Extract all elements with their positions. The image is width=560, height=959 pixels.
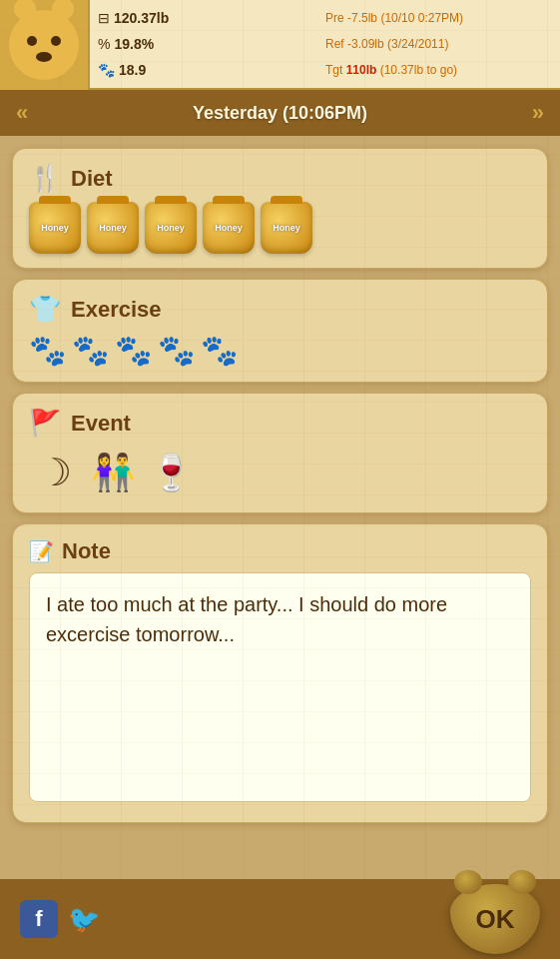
ref-label: Ref -3.09lb (3/24/2011) bbox=[325, 37, 448, 51]
diet-items: Honey Honey Honey Honey Honey bbox=[29, 202, 531, 254]
note-title: Note bbox=[62, 538, 111, 564]
bear-eye-right bbox=[51, 36, 61, 46]
note-edit-icon: 📝 bbox=[29, 539, 54, 563]
percent-icon: % bbox=[98, 36, 110, 52]
exercise-header: 👕 Exercise bbox=[29, 294, 531, 325]
honey-jar-label-1: Honey bbox=[41, 223, 69, 233]
stats-content: ⊟ 120.37lb Pre -7.5lb (10/10 0:27PM) % 1… bbox=[90, 0, 560, 88]
weight-row: ⊟ 120.37lb bbox=[98, 5, 324, 30]
percent-value: 19.8% bbox=[114, 36, 154, 52]
honey-jar-3[interactable]: Honey bbox=[145, 202, 197, 254]
paw-filled-1[interactable]: 🐾 bbox=[29, 333, 66, 368]
paw-row: 🐾 18.9 bbox=[98, 58, 324, 83]
diet-section: 🍴 Diet Honey Honey Honey Honey Honey bbox=[12, 148, 548, 269]
exercise-items: 🐾 🐾 🐾 🐾 🐾 bbox=[29, 333, 531, 368]
note-body[interactable]: I ate too much at the party... I should … bbox=[29, 572, 531, 802]
social-icons: f 🐦 bbox=[20, 900, 102, 938]
diet-header: 🍴 Diet bbox=[29, 163, 531, 194]
bear-eyes bbox=[27, 36, 61, 46]
bear-eye-left bbox=[27, 36, 37, 46]
event-icon: 🚩 bbox=[29, 408, 61, 439]
note-header: 📝 Note bbox=[29, 538, 531, 564]
paw-empty-4[interactable]: 🐾 bbox=[158, 333, 195, 368]
ok-button[interactable]: OK bbox=[450, 884, 540, 954]
event-items: ☽ 👫 🍷 bbox=[29, 447, 531, 498]
nav-prev-button[interactable]: « bbox=[16, 100, 28, 126]
honey-jar-1[interactable]: Honey bbox=[29, 202, 81, 254]
paw-empty-2[interactable]: 🐾 bbox=[72, 333, 109, 368]
event-title: Event bbox=[71, 411, 131, 437]
paw-value: 18.9 bbox=[119, 62, 146, 78]
weight-value: 120.37lb bbox=[114, 10, 169, 26]
event-header: 🚩 Event bbox=[29, 408, 531, 439]
nav-title: Yesterday (10:06PM) bbox=[193, 103, 367, 124]
ref-row: Ref -3.09lb (3/24/2011) bbox=[325, 31, 552, 56]
diet-title: Diet bbox=[71, 166, 113, 192]
exercise-section: 👕 Exercise 🐾 🐾 🐾 🐾 🐾 bbox=[12, 279, 548, 383]
exercise-icon: 👕 bbox=[29, 294, 61, 325]
paw-empty-3[interactable]: 🐾 bbox=[115, 333, 152, 368]
paw-empty-5[interactable]: 🐾 bbox=[201, 333, 238, 368]
diet-icon: 🍴 bbox=[29, 163, 61, 194]
weight-icon: ⊟ bbox=[98, 10, 110, 26]
nav-bar: « Yesterday (10:06PM) » bbox=[0, 90, 560, 136]
honey-jar-5[interactable]: Honey bbox=[261, 202, 312, 254]
note-text: I ate too much at the party... I should … bbox=[46, 589, 514, 649]
tgt-row: Tgt 110lb (10.37lb to go) bbox=[325, 58, 552, 83]
percent-row: % 19.8% bbox=[98, 31, 324, 56]
honey-jar-4[interactable]: Honey bbox=[203, 202, 255, 254]
exercise-title: Exercise bbox=[71, 297, 162, 323]
tgt-label: Tgt 110lb (10.37lb to go) bbox=[325, 63, 457, 77]
people-icon[interactable]: 👫 bbox=[87, 447, 139, 498]
bottom-bar: f 🐦 OK bbox=[0, 879, 560, 959]
nav-next-button[interactable]: » bbox=[532, 100, 544, 126]
honey-jar-2[interactable]: Honey bbox=[87, 202, 139, 254]
event-section: 🚩 Event ☽ 👫 🍷 bbox=[12, 393, 548, 513]
wine-glass-icon[interactable]: 🍷 bbox=[145, 447, 197, 498]
pre-label: Pre -7.5lb (10/10 0:27PM) bbox=[325, 11, 463, 25]
twitter-button[interactable]: 🐦 bbox=[66, 901, 102, 937]
ok-label: OK bbox=[476, 904, 515, 935]
pre-row: Pre -7.5lb (10/10 0:27PM) bbox=[325, 5, 552, 30]
main-content: 🍴 Diet Honey Honey Honey Honey Honey 👕 E bbox=[0, 136, 560, 835]
bear-nose bbox=[36, 52, 52, 62]
bear-avatar bbox=[0, 0, 90, 90]
crescent-moon-icon[interactable]: ☽ bbox=[29, 447, 81, 498]
honey-jar-label-4: Honey bbox=[215, 223, 243, 233]
bear-face bbox=[9, 10, 79, 80]
paw-icon: 🐾 bbox=[98, 62, 115, 78]
note-section: 📝 Note I ate too much at the party... I … bbox=[12, 523, 548, 823]
honey-jar-label-2: Honey bbox=[99, 223, 127, 233]
facebook-button[interactable]: f bbox=[20, 900, 58, 938]
stats-bar: ⊟ 120.37lb Pre -7.5lb (10/10 0:27PM) % 1… bbox=[0, 0, 560, 90]
honey-jar-label-5: Honey bbox=[273, 223, 300, 233]
honey-jar-label-3: Honey bbox=[157, 223, 185, 233]
